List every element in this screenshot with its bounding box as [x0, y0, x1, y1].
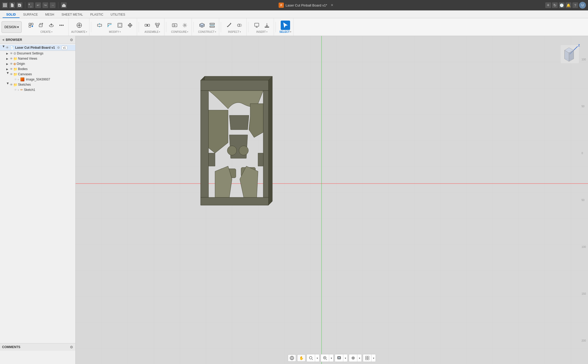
- comments-settings-button[interactable]: ⚙: [70, 345, 73, 349]
- tab-plastic[interactable]: PLASTIC: [87, 12, 107, 18]
- named-views-eye[interactable]: 👁: [10, 57, 13, 60]
- tree-item-sketches[interactable]: ▶ 👁 📁 Sketches: [0, 82, 75, 87]
- window-title: Laser Cut Pinball Board v1*: [285, 3, 327, 7]
- create-revolve-button[interactable]: [47, 21, 56, 30]
- configure-group-label[interactable]: CONFIGURE: [171, 30, 188, 33]
- svg-rect-6: [3, 6, 4, 7]
- file-icon[interactable]: [9, 2, 15, 8]
- zoom-in-button[interactable]: [321, 354, 329, 362]
- modify-press-pull-button[interactable]: [95, 21, 104, 30]
- create-new-component-button[interactable]: [26, 21, 36, 30]
- redo-icon[interactable]: ↪: [42, 2, 48, 8]
- modify-shell-button[interactable]: [115, 21, 125, 30]
- display-mode-button[interactable]: [335, 354, 343, 362]
- insert-group-label[interactable]: INSERT: [256, 30, 267, 33]
- doc-settings-eye[interactable]: 👁: [10, 52, 13, 55]
- effects-arrow-button[interactable]: ▾: [357, 354, 362, 362]
- tab-utilities[interactable]: UTILITIES: [107, 12, 129, 18]
- apps-icon[interactable]: [2, 2, 8, 8]
- canvases-expand[interactable]: ▶: [5, 72, 9, 76]
- help-icon[interactable]: ?: [572, 2, 578, 8]
- configure-button-1[interactable]: [170, 21, 179, 30]
- canvases-eye[interactable]: 👁: [10, 73, 13, 76]
- doc-settings-expand[interactable]: ▶: [5, 51, 9, 55]
- root-eye-icon[interactable]: 👁: [6, 46, 9, 49]
- inspect-measure-button[interactable]: [225, 21, 234, 30]
- bell-icon[interactable]: 🔔: [566, 2, 571, 8]
- tree-item-document-settings[interactable]: ▶ 👁 ⚙ Document Settings: [0, 51, 75, 56]
- display-mode-arrow-button[interactable]: ▾: [343, 354, 347, 362]
- construct-offset-plane-button[interactable]: [197, 21, 207, 30]
- close-tab-button[interactable]: ×: [331, 3, 333, 8]
- tree-item-origin[interactable]: ▶ 👁 ⊕ Origin: [0, 61, 75, 66]
- inspect-group-label[interactable]: INSPECT: [228, 30, 241, 33]
- undo-arrow-icon[interactable]: ↩: [35, 2, 41, 8]
- zoom-arrow-button[interactable]: ▾: [315, 354, 319, 362]
- svg-marker-43: [201, 76, 272, 80]
- shell-icon: [117, 22, 123, 28]
- sketch1-eye[interactable]: 👁: [14, 88, 17, 91]
- construct-group-label[interactable]: CONSTRUCT: [198, 30, 216, 33]
- redo-arrow-icon[interactable]: →: [50, 2, 56, 8]
- tree-item-named-views[interactable]: ▶ 👁 📁 Named Views: [0, 56, 75, 61]
- tab-mesh[interactable]: MESH: [41, 12, 58, 18]
- tree-root-item[interactable]: ▶ 👁 📄 Laser Cut Pinball Board v1 ⚙ v1: [0, 45, 75, 51]
- assemble-rigid-button[interactable]: [153, 21, 162, 30]
- configure-button-2[interactable]: [180, 21, 189, 30]
- sketches-eye[interactable]: 👁: [10, 83, 13, 86]
- modify-group-label[interactable]: MODIFY: [109, 30, 121, 33]
- bodies-eye[interactable]: 👁: [10, 67, 13, 71]
- home-icon[interactable]: [61, 2, 67, 8]
- image-eye[interactable]: 👁: [14, 78, 17, 81]
- zoom-in-arrow-button[interactable]: ▾: [329, 354, 333, 362]
- sketches-expand[interactable]: ▶: [5, 83, 9, 87]
- axis-indicator[interactable]: Z: [559, 44, 580, 65]
- modify-move-button[interactable]: [125, 21, 135, 30]
- inspect-interference-button[interactable]: [235, 21, 244, 30]
- bodies-expand[interactable]: ▶: [5, 67, 9, 71]
- origin-expand[interactable]: ▶: [5, 62, 9, 66]
- viewport[interactable]: Z 100 50 0 50 100 150 200: [76, 36, 588, 364]
- view-orbit-button[interactable]: [288, 354, 296, 362]
- pan-button[interactable]: ✋: [297, 354, 305, 362]
- tab-solid[interactable]: SOLID: [3, 12, 20, 18]
- tab-surface[interactable]: SURFACE: [20, 12, 42, 18]
- tree-item-bodies[interactable]: ▶ 👁 📁 Bodies: [0, 66, 75, 72]
- root-document-icon: 📄: [10, 46, 14, 50]
- effects-button[interactable]: [349, 354, 357, 362]
- browser-settings-button[interactable]: ⚙: [70, 38, 73, 42]
- grid-snap-arrow-button[interactable]: ▾: [371, 354, 376, 362]
- tree-item-canvases[interactable]: ▶ 👁 📁 Canvases: [0, 72, 75, 77]
- create-group-label[interactable]: CREATE: [40, 30, 52, 33]
- toolbar-divider-7: [275, 22, 276, 32]
- user-avatar[interactable]: U: [579, 2, 586, 9]
- select-group-label[interactable]: SELECT: [279, 30, 291, 33]
- create-more-button[interactable]: [57, 21, 66, 30]
- tab-sheet-metal[interactable]: SHEET METAL: [58, 12, 87, 18]
- root-expand-arrow[interactable]: ▶: [1, 46, 5, 50]
- origin-eye[interactable]: 👁: [10, 62, 13, 65]
- create-extrude-button[interactable]: [36, 21, 46, 30]
- assemble-joint-button[interactable]: [143, 21, 152, 30]
- insert-button-1[interactable]: [252, 21, 261, 30]
- tree-item-image[interactable]: ▶ 👁 ● image_50439937: [0, 77, 75, 82]
- construct-midplane-button[interactable]: [207, 21, 217, 30]
- grid-snap-button[interactable]: [363, 354, 371, 362]
- automate-button[interactable]: [75, 21, 84, 30]
- modify-fillet-button[interactable]: [105, 21, 114, 30]
- undo-icon[interactable]: [28, 2, 34, 8]
- automate-group-label[interactable]: AUTOMATE: [71, 30, 87, 33]
- clock-icon[interactable]: 🕐: [559, 2, 565, 8]
- tree-item-sketch1[interactable]: ▶ 👁 ● ✏ Sketch1: [0, 87, 75, 92]
- sync-icon[interactable]: ↻: [552, 2, 558, 8]
- new-tab-button[interactable]: +: [545, 2, 551, 8]
- select-button[interactable]: [281, 21, 290, 30]
- assemble-group-label[interactable]: ASSEMBLE: [145, 30, 160, 33]
- root-settings-icon[interactable]: ⚙: [57, 46, 60, 49]
- named-views-expand[interactable]: ▶: [5, 57, 9, 61]
- save-icon[interactable]: [17, 2, 22, 8]
- zoom-button[interactable]: [307, 354, 315, 362]
- insert-button-2[interactable]: [262, 21, 272, 30]
- design-dropdown-button[interactable]: DESIGN ▾: [2, 21, 22, 33]
- named-views-folder-icon: 📁: [13, 57, 17, 61]
